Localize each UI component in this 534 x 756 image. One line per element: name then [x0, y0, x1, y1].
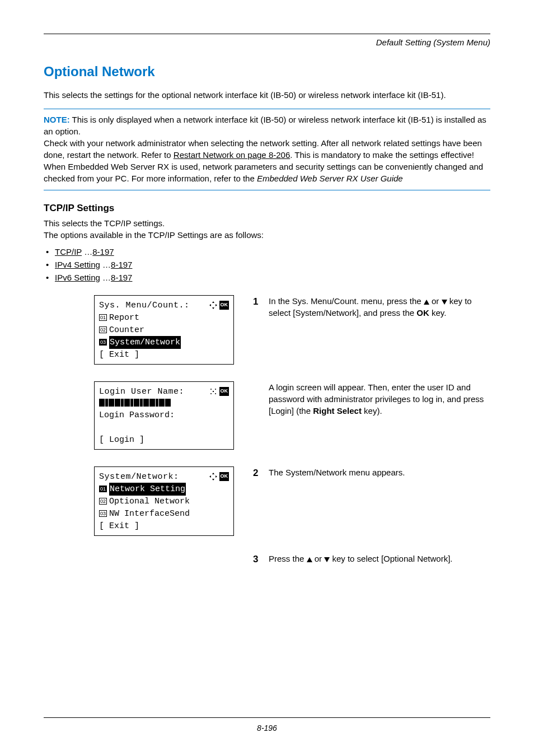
down-arrow-icon — [324, 557, 330, 562]
lcd2-title: Login User Name: — [99, 385, 184, 398]
note-label: NOTE: — [44, 115, 70, 124]
lcd1-item-counter: Counter — [109, 324, 144, 337]
lcd1-item-report: Report — [109, 311, 139, 324]
section-line2: The options available in the TCP/IP Sett… — [44, 229, 490, 241]
step-2-number: 2 — [253, 466, 261, 480]
step1-ok: OK — [416, 308, 429, 318]
lcd3-num-02: 02 — [99, 498, 107, 505]
svg-marker-12 — [216, 475, 217, 478]
note-line2b: . This is mandatory to make the settings… — [290, 150, 474, 160]
step-1-number: 1 — [253, 295, 261, 309]
section-heading: TCP/IP Settings — [44, 203, 490, 214]
lcd1-title: Sys. Menu/Count.: — [99, 299, 190, 312]
opt-ipv6-label[interactable]: IPv6 Setting — [55, 273, 100, 282]
step1-e: key. — [429, 308, 447, 318]
step1-a: In the Sys. Menu/Count. menu, press the — [269, 296, 424, 306]
svg-point-4 — [210, 389, 212, 390]
text-cursor-icon — [209, 388, 217, 395]
section-line1: This selects the TCP/IP settings. — [44, 217, 490, 229]
step-login-spacer — [253, 381, 261, 395]
lcd3-num-03: 03 — [99, 510, 107, 517]
svg-marker-1 — [212, 307, 214, 309]
lcd3-softkey-exit: [ Exit ] — [99, 520, 229, 532]
up-arrow-icon — [307, 557, 312, 562]
lcd2-pwd-label: Login Password: — [99, 409, 175, 422]
up-arrow-icon — [424, 300, 429, 305]
lcd-system-network: System/Network: OK 01Network Setting 02O… — [94, 466, 234, 536]
nav-arrows-icon — [209, 301, 217, 309]
ok-icon: OK — [219, 472, 229, 481]
opt-ipv6-page[interactable]: 8-197 — [111, 273, 132, 282]
step-3-number: 3 — [253, 553, 261, 566]
lcd1-num-01: 01 — [99, 314, 107, 321]
svg-marker-0 — [212, 301, 214, 303]
step-2-text: The System/Network menu appears. — [269, 466, 405, 478]
lcd1-num-03: 03 — [99, 339, 107, 346]
svg-marker-11 — [209, 475, 211, 478]
ok-icon: OK — [219, 387, 229, 396]
note-block: NOTE: This is only displayed when a netw… — [44, 109, 490, 190]
page-title: Optional Network — [44, 64, 490, 80]
lcd3-item-nw-interfacesend: NW InterfaceSend — [109, 507, 190, 520]
svg-marker-10 — [212, 479, 214, 480]
opt-ipv4-label[interactable]: IPv4 Setting — [55, 260, 100, 269]
opt-ipv4-page[interactable]: 8-197 — [111, 260, 132, 269]
lcd3-title: System/Network: — [99, 470, 179, 483]
step3-c: key to select [Optional Network]. — [330, 554, 452, 563]
lcd-login: Login User Name: OK — [94, 381, 234, 450]
step1-b: or — [429, 296, 442, 306]
step3-a: Press the — [269, 554, 307, 563]
opt-ipv6: IPv6 Setting …8-197 — [44, 271, 490, 284]
note-line1: This is only displayed when a network in… — [44, 115, 486, 136]
lcd1-num-02: 02 — [99, 326, 107, 333]
step-login-right-select: Right Select — [313, 406, 362, 416]
options-list: TCP/IP …8-197 IPv4 Setting …8-197 IPv6 S… — [44, 245, 490, 284]
restart-network-link[interactable]: Restart Network on page 8-206 — [174, 150, 290, 160]
lcd2-input-field — [99, 399, 229, 407]
lcd3-num-01: 01 — [99, 486, 107, 492]
note-ital: Embedded Web Server RX User Guide — [257, 174, 403, 183]
lcd3-item-network-setting: Network Setting — [109, 483, 186, 496]
lcd-sys-menu: Sys. Menu/Count.: OK 01Report 02Counter … — [94, 295, 234, 365]
svg-point-6 — [210, 393, 212, 394]
opt-tcpip: TCP/IP …8-197 — [44, 245, 490, 258]
intro-text: This selects the settings for the option… — [44, 90, 490, 101]
opt-tcpip-label[interactable]: TCP/IP — [55, 247, 82, 256]
lcd2-softkey-login: [ Login ] — [99, 433, 229, 446]
svg-marker-9 — [212, 473, 214, 474]
header-breadcrumb: Default Setting (System Menu) — [44, 38, 490, 47]
lcd1-item-system-network: System/Network — [109, 336, 181, 349]
svg-marker-2 — [209, 304, 211, 306]
step3-b: or — [312, 554, 325, 563]
svg-marker-3 — [216, 304, 217, 306]
svg-rect-8 — [213, 391, 214, 392]
page-number: 8-196 — [257, 724, 277, 732]
step-login-b: key). — [362, 406, 382, 416]
svg-point-7 — [215, 393, 216, 394]
down-arrow-icon — [442, 300, 447, 305]
ok-icon: OK — [219, 301, 229, 310]
step-login-text: A login screen will appear. Then, enter … — [269, 381, 490, 417]
lcd1-softkey-exit: [ Exit ] — [99, 348, 229, 361]
step-3-text: Press the or key to select [Optional Net… — [269, 553, 452, 564]
svg-point-5 — [215, 389, 216, 390]
opt-ipv4: IPv4 Setting …8-197 — [44, 258, 490, 271]
step-1-text: In the Sys. Menu/Count. menu, press the … — [269, 295, 490, 319]
opt-tcpip-page[interactable]: 8-197 — [92, 247, 114, 256]
lcd3-item-optional-network: Optional Network — [109, 495, 190, 508]
nav-arrows-icon — [209, 473, 217, 480]
